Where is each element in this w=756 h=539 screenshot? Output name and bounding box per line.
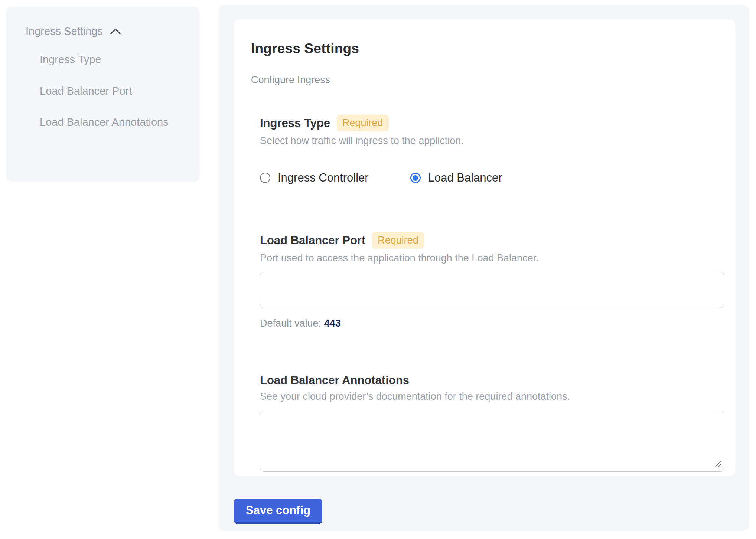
- radio-option-load-balancer[interactable]: Load Balancer: [410, 171, 502, 184]
- chevron-up-icon: [110, 27, 121, 36]
- required-badge: Required: [372, 232, 424, 249]
- sidebar-item-list: Ingress Type Load Balancer Port Load Bal…: [26, 49, 186, 133]
- ingress-type-label: Ingress Type: [260, 117, 330, 130]
- default-value: 443: [324, 318, 341, 329]
- radio-unselected-icon[interactable]: [260, 173, 270, 183]
- ingress-type-description: Select how traffic will ingress to the a…: [260, 135, 717, 147]
- load-balancer-annotations-textarea[interactable]: [260, 411, 724, 472]
- ingress-type-radio-group: Ingress Controller Load Balancer: [260, 171, 717, 184]
- page-subtitle: Configure Ingress: [251, 74, 717, 86]
- page-title: Ingress Settings: [251, 41, 717, 56]
- save-config-button[interactable]: Save config: [234, 499, 322, 524]
- radio-selected-icon[interactable]: [410, 173, 421, 183]
- sidebar-item-load-balancer-port[interactable]: Load Balancer Port: [40, 80, 186, 102]
- load-balancer-port-input[interactable]: [260, 272, 724, 308]
- ingress-settings-card: Ingress Settings Configure Ingress Ingre…: [234, 19, 735, 476]
- annotations-textarea-wrap: [260, 411, 724, 472]
- load-balancer-port-description: Port used to access the application thro…: [260, 252, 717, 264]
- load-balancer-annotations-description: See your cloud provider’s documentation …: [260, 391, 717, 402]
- settings-panel: Ingress Settings Configure Ingress Ingre…: [218, 5, 749, 531]
- default-value-line: Default value: 443: [260, 318, 717, 329]
- section-load-balancer-annotations: Load Balancer Annotations See your cloud…: [260, 374, 717, 472]
- resize-handle-icon[interactable]: [714, 460, 722, 470]
- sidebar-item-ingress-type[interactable]: Ingress Type: [40, 49, 186, 71]
- radio-label: Load Balancer: [428, 171, 502, 184]
- default-value-label: Default value:: [260, 318, 321, 329]
- section-load-balancer-port: Load Balancer Port Required Port used to…: [260, 232, 717, 329]
- load-balancer-port-label: Load Balancer Port: [260, 234, 365, 247]
- settings-sidebar: Ingress Settings Ingress Type Load Balan…: [6, 7, 200, 182]
- sidebar-group-ingress-settings[interactable]: Ingress Settings: [26, 25, 186, 37]
- page: Ingress Settings Ingress Type Load Balan…: [0, 0, 756, 539]
- section-ingress-type: Ingress Type Required Select how traffic…: [260, 115, 717, 184]
- required-badge: Required: [337, 115, 389, 131]
- sidebar-group-label: Ingress Settings: [26, 25, 103, 37]
- radio-option-ingress-controller[interactable]: Ingress Controller: [260, 171, 369, 184]
- radio-label: Ingress Controller: [278, 171, 369, 184]
- load-balancer-annotations-label: Load Balancer Annotations: [260, 374, 409, 387]
- sidebar-item-load-balancer-annotations[interactable]: Load Balancer Annotations: [40, 111, 186, 133]
